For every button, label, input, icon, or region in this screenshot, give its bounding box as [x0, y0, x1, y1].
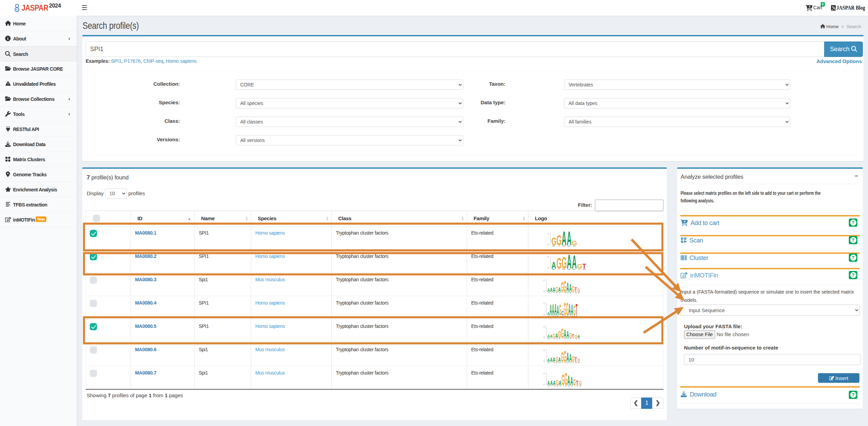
svg-text:G: G [561, 279, 564, 295]
svg-text:A: A [558, 356, 561, 363]
svg-text:2: 2 [543, 326, 545, 328]
svg-text:0: 0 [543, 360, 545, 362]
svg-text:0: 0 [543, 383, 545, 386]
svg-text:0: 0 [543, 290, 545, 292]
svg-text:A: A [558, 286, 561, 293]
svg-text:A: A [567, 372, 570, 388]
svg-text:G: G [577, 357, 580, 363]
svg-text:G: G [556, 378, 559, 387]
svg-text:2: 2 [543, 279, 545, 281]
svg-text:G: G [553, 333, 555, 339]
svg-text:A: A [559, 379, 562, 387]
svg-text:A: A [550, 287, 552, 293]
svg-text:G: G [572, 285, 575, 294]
svg-text:G: G [572, 355, 575, 364]
svg-text:A: A [569, 282, 572, 294]
svg-text:G: G [555, 355, 558, 363]
svg-text:0: 0 [548, 267, 549, 269]
svg-text:A: A [564, 327, 566, 340]
svg-text:G: G [561, 349, 564, 365]
svg-text:T: T [582, 262, 586, 270]
svg-text:A: A [569, 352, 572, 364]
svg-text:A: A [555, 332, 558, 339]
svg-text:A: A [550, 357, 552, 363]
svg-text:T: T [575, 356, 577, 363]
svg-text:A: A [547, 380, 550, 387]
svg-text:T: T [572, 333, 574, 339]
svg-text:2: 2 [548, 256, 549, 258]
svg-text:A: A [547, 287, 550, 293]
svg-text:G: G [572, 240, 577, 247]
svg-text:G: G [555, 285, 558, 293]
svg-text:G: G [575, 334, 577, 339]
svg-text:A: A [553, 286, 555, 293]
svg-text:2: 2 [543, 349, 545, 351]
svg-text:G: G [579, 380, 582, 387]
svg-text:G: G [573, 378, 576, 387]
svg-text:A: A [553, 379, 556, 387]
svg-text:0: 0 [548, 244, 549, 246]
svg-text:2: 2 [548, 233, 549, 235]
svg-text:A: A [547, 311, 550, 316]
svg-text:A: A [577, 334, 580, 339]
svg-text:A: A [550, 380, 553, 386]
svg-text:T: T [576, 379, 578, 387]
svg-text:G: G [577, 263, 582, 270]
svg-text:G: G [569, 331, 572, 339]
svg-text:0: 0 [543, 313, 545, 316]
svg-text:A: A [547, 334, 550, 339]
svg-text:A: A [550, 334, 553, 339]
svg-text:A: A [551, 260, 556, 271]
svg-text:2: 2 [543, 303, 545, 305]
svg-text:T: T [575, 286, 577, 293]
svg-text:A: A [553, 356, 555, 363]
svg-text:2: 2 [543, 372, 545, 375]
svg-text:0: 0 [543, 336, 545, 338]
svg-text:A: A [547, 357, 550, 363]
svg-text:G: G [577, 287, 580, 293]
svg-text:C: C [561, 310, 564, 317]
